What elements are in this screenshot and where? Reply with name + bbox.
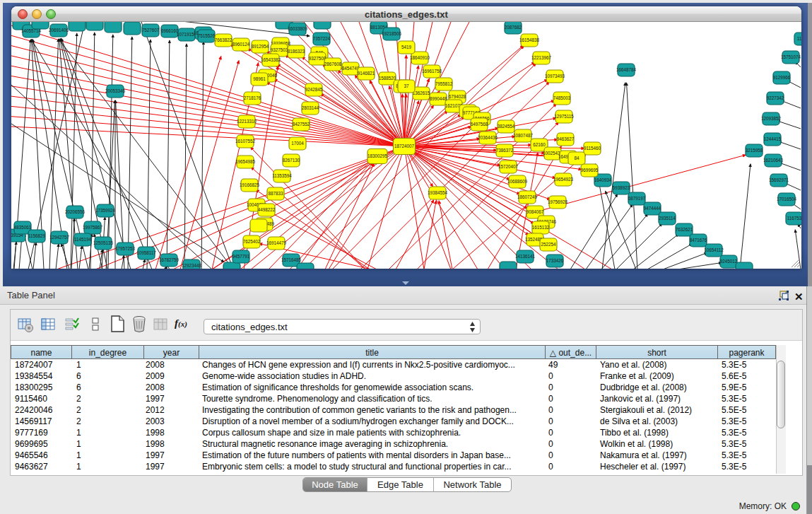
svg-text:10973493: 10973493 <box>545 74 565 78</box>
svg-text:8186323: 8186323 <box>288 49 305 54</box>
svg-text:9242845: 9242845 <box>305 87 323 92</box>
svg-text:1244415: 1244415 <box>764 136 782 141</box>
svg-text:20364436: 20364436 <box>478 135 498 140</box>
svg-text:9227342: 9227342 <box>767 95 784 100</box>
svg-text:1362615: 1362615 <box>413 90 430 95</box>
svg-text:8427552: 8427552 <box>293 122 310 127</box>
svg-text:116753: 116753 <box>787 216 801 221</box>
svg-text:6497568: 6497568 <box>471 122 488 127</box>
svg-text:84: 84 <box>574 156 579 160</box>
svg-text:2935114: 2935114 <box>659 216 676 221</box>
svg-text:1145194: 1145194 <box>74 237 92 242</box>
svg-text:16961758: 16961758 <box>422 69 442 74</box>
svg-text:10958117: 10958117 <box>136 250 156 255</box>
svg-text:9463627: 9463627 <box>557 136 575 141</box>
svg-text:11124: 11124 <box>797 36 801 41</box>
svg-text:17957253: 17957253 <box>115 246 136 251</box>
svg-text:9245012: 9245012 <box>720 259 738 264</box>
svg-text:9457791: 9457791 <box>233 254 250 259</box>
svg-text:10654112: 10654112 <box>704 247 724 252</box>
svg-text:18724007: 18724007 <box>394 144 415 148</box>
svg-text:4498222: 4498222 <box>258 207 276 212</box>
svg-text:18640910: 18640910 <box>410 55 430 60</box>
svg-text:16914479: 16914479 <box>266 240 287 245</box>
svg-text:98961: 98961 <box>253 76 266 81</box>
svg-text:19384554: 19384554 <box>428 190 448 195</box>
svg-text:2718176: 2718176 <box>244 95 261 100</box>
svg-text:6879197: 6879197 <box>628 196 646 201</box>
svg-text:17016504: 17016504 <box>777 197 797 201</box>
svg-text:8960124: 8960124 <box>233 42 250 47</box>
svg-text:19975867: 19975867 <box>83 225 103 230</box>
svg-text:16033809: 16033809 <box>288 26 308 31</box>
svg-text:12093852: 12093852 <box>761 116 782 121</box>
svg-text:7955812: 7955812 <box>435 81 453 86</box>
svg-text:37: 37 <box>404 83 409 88</box>
svg-text:7527607: 7527607 <box>142 28 160 33</box>
svg-text:17004: 17004 <box>291 141 304 146</box>
svg-text:19756928: 19756928 <box>548 199 568 204</box>
svg-text:9146821: 9146821 <box>358 71 375 76</box>
svg-text:16543382: 16543382 <box>261 57 281 62</box>
svg-text:2867608: 2867608 <box>324 62 342 66</box>
svg-text:16648784: 16648784 <box>616 67 637 72</box>
svg-text:16782759: 16782759 <box>159 257 180 262</box>
svg-text:19218506: 19218506 <box>382 31 402 36</box>
svg-text:12213967: 12213967 <box>531 55 552 60</box>
svg-text:5938923: 5938923 <box>613 185 630 190</box>
svg-text:18607249: 18607249 <box>517 194 538 199</box>
svg-text:15692971: 15692971 <box>769 177 789 182</box>
svg-text:12213310: 12213310 <box>237 119 257 124</box>
svg-text:7663822: 7663822 <box>215 37 233 42</box>
svg-text:20206556: 20206556 <box>65 209 86 214</box>
svg-text:7632621: 7632621 <box>676 227 693 232</box>
svg-text:9474444: 9474444 <box>644 206 661 211</box>
svg-text:8912954: 8912954 <box>252 44 269 49</box>
svg-text:7625402: 7625402 <box>243 239 261 244</box>
svg-text:17359924: 17359924 <box>95 208 116 213</box>
svg-text:252254: 252254 <box>541 242 556 247</box>
svg-text:15751074: 15751074 <box>781 54 801 59</box>
svg-text:8454749: 8454749 <box>342 66 360 71</box>
svg-text:12505135: 12505135 <box>93 240 114 245</box>
svg-text:1733426: 1733426 <box>546 258 564 263</box>
svg-text:9084067: 9084067 <box>526 209 544 214</box>
svg-text:1640934: 1640934 <box>594 177 612 182</box>
svg-text:887833: 887833 <box>268 191 283 196</box>
svg-text:19166825: 19166825 <box>240 182 260 187</box>
svg-text:1615132: 1615132 <box>532 225 550 230</box>
svg-text:10807487: 10807487 <box>513 133 534 138</box>
svg-text:16154838: 16154838 <box>519 37 540 42</box>
svg-text:19654985: 19654985 <box>235 159 256 164</box>
svg-text:6794028: 6794028 <box>449 94 466 99</box>
svg-text:10688609: 10688609 <box>507 179 528 184</box>
svg-text:9327503: 9327503 <box>271 47 288 52</box>
svg-text:14136141: 14136141 <box>515 254 536 259</box>
svg-text:12975115: 12975115 <box>554 114 574 119</box>
svg-text:12942757: 12942757 <box>49 235 70 240</box>
svg-text:5419: 5419 <box>401 45 412 49</box>
svg-text:16107552: 16107552 <box>235 139 256 144</box>
svg-text:19654923: 19654923 <box>553 177 574 182</box>
svg-text:15720407: 15720407 <box>498 164 519 169</box>
svg-text:18300295: 18300295 <box>367 153 388 158</box>
svg-text:20691406: 20691406 <box>49 28 69 33</box>
svg-text:8471676: 8471676 <box>690 238 707 243</box>
svg-text:9699695: 9699695 <box>581 168 599 173</box>
svg-text:8990448: 8990448 <box>430 96 447 101</box>
svg-text:2087682: 2087682 <box>505 25 522 30</box>
svg-text:1156829: 1156829 <box>28 233 46 238</box>
svg-text:7515526: 7515526 <box>198 33 216 38</box>
svg-text:3215958: 3215958 <box>746 148 763 153</box>
svg-text:7357224: 7357224 <box>313 36 331 41</box>
svg-text:3824554: 3824554 <box>498 124 515 129</box>
svg-text:7485003: 7485003 <box>553 95 571 100</box>
svg-text:16210643: 16210643 <box>763 158 784 163</box>
svg-text:7386372: 7386372 <box>496 148 514 153</box>
svg-text:4835061: 4835061 <box>14 225 32 230</box>
svg-text:9327508: 9327508 <box>309 56 326 61</box>
svg-text:1588520: 1588520 <box>379 76 396 81</box>
svg-text:9129966: 9129966 <box>773 75 791 80</box>
svg-text:62160: 62160 <box>533 142 546 147</box>
svg-text:12923448: 12923448 <box>182 263 202 268</box>
